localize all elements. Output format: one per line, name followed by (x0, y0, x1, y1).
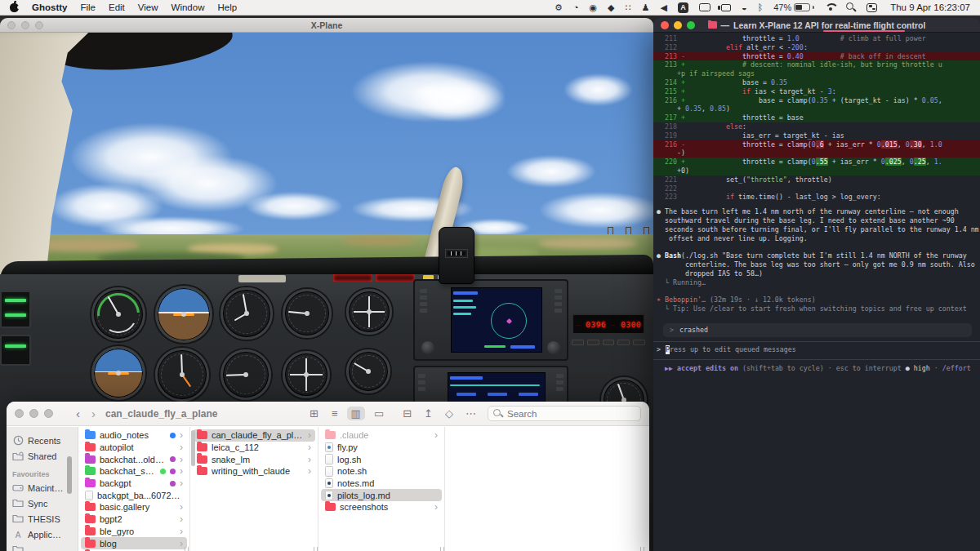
finder-item-ble-gyro[interactable]: ble_gyro› (81, 526, 187, 538)
finder-item-bgpt2[interactable]: bgpt2› (81, 513, 187, 526)
menu-view[interactable]: View (138, 2, 158, 12)
sidebar-item-thesis[interactable]: THESIS (7, 511, 78, 527)
close-button[interactable] (7, 21, 16, 29)
icon-view-button[interactable]: ⊞ (305, 407, 323, 420)
finder-item-basic-gallery[interactable]: basic.gallery› (81, 501, 187, 513)
menu-help[interactable]: Help (217, 2, 237, 12)
menu-edit[interactable]: Edit (109, 2, 125, 12)
battery-indicator[interactable]: 47% (773, 3, 814, 12)
sidebar-item-applic-[interactable]: AApplic… (7, 527, 78, 542)
back-button[interactable]: ‹ (76, 407, 80, 420)
shared-icon (12, 451, 24, 461)
finder-item-pilots-log-md[interactable]: pilots_log.md (321, 489, 442, 501)
finder-item-log-sh[interactable]: log.sh (321, 453, 442, 465)
column-resize-handle[interactable] (640, 547, 644, 551)
gauge-attitude (155, 286, 212, 343)
finder-item-writing-with-claude[interactable]: writing_with_claude› (193, 465, 315, 478)
zoom-button[interactable] (687, 21, 695, 29)
chevron-right-icon: › (308, 442, 311, 453)
close-button[interactable] (661, 21, 669, 29)
forward-button[interactable]: › (91, 407, 96, 420)
finder-item-notes-md[interactable]: notes.md (321, 478, 442, 490)
magnetic-compass (439, 227, 474, 284)
settings-gear-icon[interactable]: ⚙ (555, 3, 563, 12)
app-grid-icon[interactable]: ∷ (626, 3, 631, 12)
list-view-button[interactable]: ≡ (327, 407, 342, 420)
queued-message-box[interactable]: > crashed (663, 323, 972, 337)
tail-number-placard (238, 275, 286, 282)
prompt-chevron: > (657, 345, 661, 354)
finder-item-can-claude-fly-a-plane[interactable]: can_claude_fly_a_plane› (193, 429, 315, 442)
dot-circle-icon[interactable]: ◒ (742, 3, 747, 12)
gauge-adf (283, 351, 330, 398)
prompt-input-line[interactable]: > P ress up to edit queued messages (657, 345, 980, 355)
steering-wheel-icon[interactable]: ◉ (589, 3, 597, 12)
spotlight-search-icon[interactable] (846, 2, 856, 12)
finder-item-snake-lm[interactable]: snake_lm› (193, 453, 315, 465)
shield-icon[interactable]: ◆ (608, 3, 614, 12)
stage-manager-icon[interactable] (721, 4, 731, 11)
sidebar-item-partial[interactable] (7, 542, 78, 551)
minimize-button[interactable] (674, 21, 682, 29)
finder-item-leica-c-112[interactable]: leica_c_112› (193, 442, 315, 454)
share-button[interactable]: ↥ (424, 407, 433, 420)
finder-item-label: writing_with_claude (212, 466, 304, 476)
terminal-window-title: Learn X-Plane 12 API for real-time fligh… (733, 20, 925, 30)
finder-item-autopilot[interactable]: autopilot› (81, 442, 187, 454)
menu-file[interactable]: File (80, 2, 96, 12)
letter-a-app-icon[interactable]: A (678, 2, 688, 13)
finder-item-backchat-olding-web[interactable]: backchat...olding_web› (81, 453, 187, 465)
group-by-button[interactable]: ⊟ (403, 407, 412, 420)
more-button[interactable]: ⋯ (466, 407, 476, 420)
sidebar-item-recents[interactable]: Recents (7, 433, 78, 448)
column-scrollbar[interactable] (191, 430, 195, 466)
menu-window[interactable]: Window (172, 2, 205, 12)
finder-item-screenshots[interactable]: screenshots› (321, 501, 442, 513)
finder-item-backchat-server[interactable]: backchat_server› (81, 465, 187, 478)
finder-item--claude[interactable]: .claude› (321, 429, 442, 442)
minimize-button[interactable] (21, 21, 29, 29)
column-resize-handle[interactable] (440, 547, 444, 551)
close-button[interactable] (15, 409, 24, 418)
search-input[interactable] (507, 409, 621, 419)
minimize-button[interactable] (29, 409, 38, 418)
finder-item-label: note.sh (337, 466, 438, 476)
column-view-button[interactable]: ▥ (347, 407, 365, 420)
code-line: 221 set_("throttle", throttle) (657, 176, 980, 184)
wifi-icon[interactable] (825, 3, 835, 11)
finder-item-backgpt[interactable]: backgpt› (81, 478, 187, 490)
search-field[interactable] (488, 406, 641, 421)
gallery-view-button[interactable]: ▭ (370, 407, 388, 420)
finder-item-fly-py[interactable]: fly.py (321, 442, 442, 454)
gauge-small (346, 349, 390, 393)
cloud (564, 73, 633, 106)
volume-muted-icon[interactable]: ◀ (660, 3, 666, 12)
menu-clock[interactable]: Thu 9 Apr 16:23:07 (890, 2, 970, 12)
column-resize-handle[interactable] (185, 547, 189, 551)
finder-item-backgpt-ba-6072025-zip[interactable]: backgpt_ba...6072025.zip (81, 489, 187, 501)
drive-icon (12, 483, 24, 492)
transcript-line: centerline. The base leg was too short —… (657, 260, 980, 269)
code-line: 216 - throttle = clamp(0.6 + ias_err * 0… (653, 140, 980, 149)
apple-menu-icon[interactable] (10, 3, 19, 12)
sidebar-item-label: Shared (28, 451, 56, 461)
user-icon[interactable]: ♟ (642, 3, 650, 12)
bluetooth-icon[interactable]: ᛒ (758, 3, 764, 12)
column-resize-handle[interactable] (314, 547, 318, 551)
control-center-icon[interactable] (866, 3, 877, 12)
finder-item-audio-notes[interactable]: audio_notes› (81, 429, 187, 442)
display-icon[interactable] (699, 3, 710, 11)
finder-item-blog[interactable]: blog› (81, 537, 187, 549)
sidebar-scrollbar[interactable] (67, 456, 72, 494)
activity-gauge-icon[interactable]: ◔ (573, 3, 579, 12)
terminal-content[interactable]: 211 throttle = 1.0 # climb at full power… (653, 33, 980, 551)
zoom-button[interactable] (35, 21, 43, 29)
finder-column-3: .claude›fly.pylog.shnote.shnotes.mdpilot… (318, 427, 445, 551)
tags-button[interactable]: ◇ (445, 407, 453, 420)
finder-item-label: backchat...olding_web (100, 455, 166, 464)
zoom-button[interactable] (44, 409, 53, 418)
cloud (408, 78, 506, 122)
finder-item-note-sh[interactable]: note.sh (321, 465, 442, 478)
menu-app-name[interactable]: Ghostty (32, 2, 67, 12)
sidebar-item-sync[interactable]: Sync (7, 495, 78, 511)
